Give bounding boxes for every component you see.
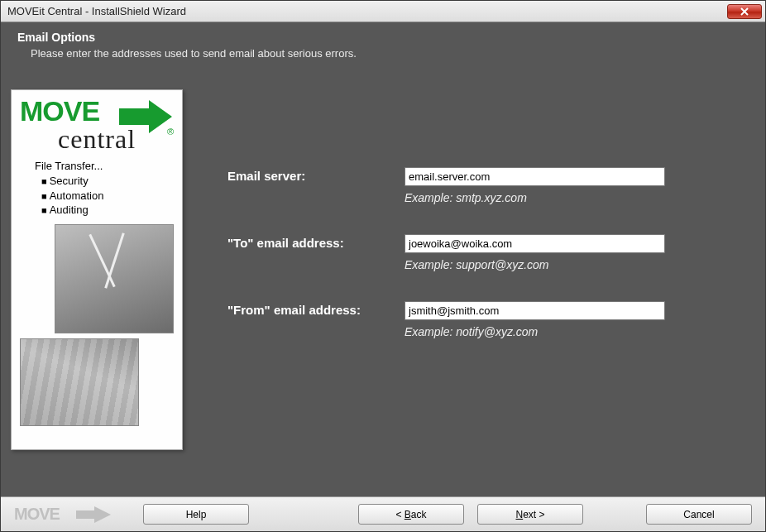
- page-title: Email Options: [17, 31, 749, 44]
- feature-item: Security: [41, 174, 174, 189]
- page-subtitle: Please enter the addresses used to send …: [31, 47, 749, 60]
- to-address-input[interactable]: [405, 234, 665, 253]
- titlebar: MOVEit Central - InstallShield Wizard: [1, 1, 765, 22]
- window-title: MOVEit Central - InstallShield Wizard: [7, 5, 727, 17]
- footer-logo-text: MOVE: [14, 505, 60, 523]
- from-address-input[interactable]: [405, 301, 665, 320]
- to-address-example: Example: support@xyz.com: [405, 258, 714, 271]
- form-area: Email server: Example: smtp.xyz.com "To"…: [183, 89, 755, 490]
- close-button[interactable]: [727, 4, 762, 19]
- help-button[interactable]: Help: [143, 504, 249, 525]
- feature-item: Auditing: [41, 203, 174, 218]
- file-transfer-heading: File Transfer...: [35, 160, 174, 172]
- to-address-row: "To" email address: Example: support@xyz…: [227, 234, 714, 271]
- email-server-input[interactable]: [405, 167, 665, 186]
- feature-item: Automation: [41, 189, 174, 204]
- content-area: MOVE ® central File Transfer... Security…: [1, 79, 765, 496]
- from-address-example: Example: notify@xyz.com: [405, 325, 714, 338]
- footer-logo: MOVE: [14, 505, 130, 524]
- next-button[interactable]: Next >: [477, 504, 583, 525]
- decorative-photo: [20, 338, 139, 426]
- close-icon: [740, 7, 749, 16]
- footer: MOVE Help < Back Next > Cancel: [1, 496, 765, 531]
- email-server-row: Email server: Example: smtp.xyz.com: [227, 167, 714, 204]
- to-address-label: "To" email address:: [227, 234, 405, 250]
- svg-marker-1: [76, 506, 111, 523]
- sidebar-branding: MOVE ® central File Transfer... Security…: [11, 89, 183, 450]
- email-server-example: Example: smtp.xyz.com: [405, 191, 714, 204]
- registered-mark: ®: [167, 127, 174, 137]
- email-server-label: Email server:: [227, 167, 405, 183]
- feature-list: Security Automation Auditing: [41, 174, 174, 218]
- back-button[interactable]: < Back: [358, 504, 464, 525]
- from-address-row: "From" email address: Example: notify@xy…: [227, 301, 714, 338]
- logo: MOVE ®: [20, 98, 174, 124]
- header-banner: Email Options Please enter the addresses…: [1, 22, 765, 79]
- from-address-label: "From" email address:: [227, 301, 405, 317]
- logo-text-top: MOVE: [20, 95, 99, 127]
- svg-marker-0: [119, 100, 172, 133]
- arrow-right-icon: [76, 506, 113, 523]
- decorative-photo: [55, 224, 174, 333]
- cancel-button[interactable]: Cancel: [646, 504, 752, 525]
- installer-window: MOVEit Central - InstallShield Wizard Em…: [0, 0, 766, 532]
